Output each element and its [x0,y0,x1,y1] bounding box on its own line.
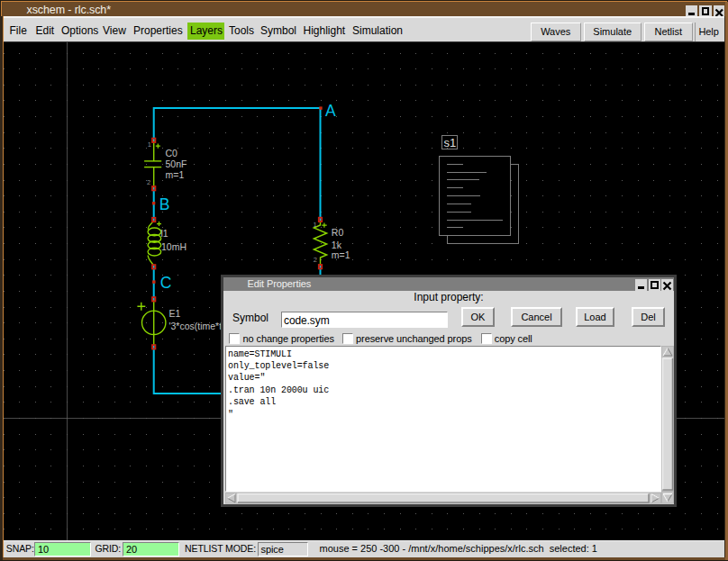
svg-text:2: 2 [314,256,317,264]
svg-text:50nF: 50nF [166,158,187,169]
svg-text:2: 2 [147,178,150,186]
svg-text:C: C [160,274,172,292]
svg-text:s1: s1 [444,136,457,149]
svg-text:10mH: 10mH [161,241,187,252]
svg-text:A: A [325,102,336,120]
svg-text:l1: l1 [161,228,168,239]
svg-text:1k: 1k [332,240,342,250]
svg-text:m=1: m=1 [332,249,350,260]
svg-text:B: B [159,195,170,213]
svg-text:1: 1 [148,140,151,149]
svg-text:E1: E1 [169,308,181,319]
svg-text:1: 1 [314,221,317,229]
svg-text:m=1: m=1 [166,169,185,180]
svg-text:C0: C0 [166,148,178,158]
svg-text:R0: R0 [332,227,344,238]
